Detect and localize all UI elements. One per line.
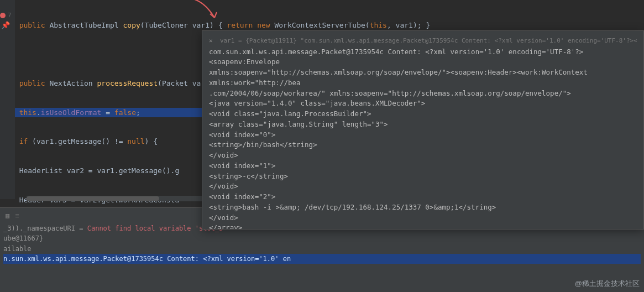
variable-row[interactable]: ube@11667} — [3, 233, 641, 243]
pin-icon[interactable]: 📌 — [1, 20, 10, 30]
debug-value-tooltip[interactable]: ✕ var1 = {Packet@11911} "com.sun.xml.ws.… — [202, 30, 644, 230]
table-icon[interactable]: ▦ — [6, 211, 9, 220]
watermark-text: @稀土掘金技术社区 — [575, 279, 640, 289]
variable-row[interactable]: ailable — [3, 244, 641, 254]
tooltip-body: com.sun.xml.ws.api.message.Packet@173595… — [209, 47, 637, 230]
variable-row-selected[interactable]: n.sun.xml.ws.api.message.Packet@1735954c… — [3, 254, 641, 264]
code-line: public AbstractTubeImpl copy(TubeCloner … — [19, 20, 644, 30]
scrollbar-thumb[interactable] — [27, 196, 159, 201]
menu-icon[interactable]: ≡ — [15, 211, 19, 220]
breakpoint-icon[interactable] — [0, 13, 6, 18]
tooltip-header: ✕ var1 = {Packet@11911} "com.sun.xml.ws.… — [209, 36, 637, 46]
editor-gutter: 7 📌 — [0, 0, 15, 199]
gutter-line-7[interactable]: 7 — [0, 11, 12, 21]
